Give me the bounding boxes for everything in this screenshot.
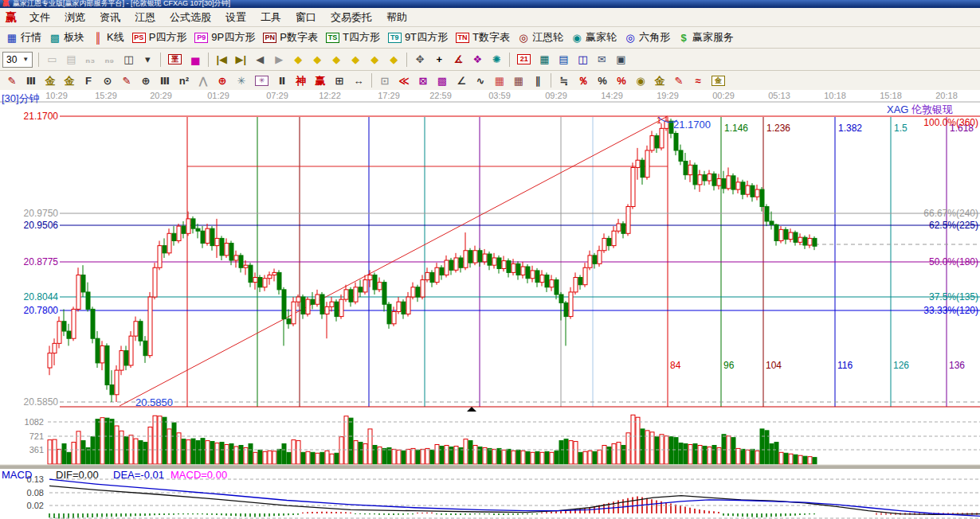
- hexagon-button[interactable]: ◎六角形: [621, 29, 674, 46]
- mirror-tool-button[interactable]: ⋀: [194, 73, 213, 88]
- percent-line-tool-button[interactable]: ％: [574, 73, 593, 88]
- box-tool-button[interactable]: ⊡: [375, 73, 394, 88]
- candle-style-dropdown[interactable]: ▾: [138, 52, 157, 67]
- profile-chart-button[interactable]: ▅: [186, 52, 205, 67]
- ruler-tool-icon: ⊞: [334, 75, 345, 87]
- winner-service-icon: $: [678, 32, 689, 44]
- last-page-button[interactable]: ▶|: [231, 52, 250, 67]
- first-page-button[interactable]: |◀: [212, 52, 231, 67]
- t-digit-button[interactable]: TNT数字表: [452, 29, 514, 46]
- svg-text:21.1700: 21.1700: [673, 119, 711, 131]
- menu-item-7[interactable]: 窗口: [288, 10, 323, 25]
- angle-tool-button[interactable]: ∡: [449, 52, 468, 67]
- gold-line-tool-button[interactable]: 金: [650, 73, 669, 88]
- price-scale-tool-button[interactable]: ≒: [555, 73, 574, 88]
- system-button[interactable]: ▣: [611, 52, 630, 67]
- chart-area[interactable]: 10:2915:2920:2901:2907:2912:2217:2922:59…: [0, 90, 980, 519]
- gold-circle-tool-button[interactable]: ◉: [631, 73, 650, 88]
- percent-tool-button[interactable]: %: [593, 73, 612, 88]
- save-button[interactable]: ◫: [573, 52, 592, 67]
- prev-button[interactable]: ◀: [250, 52, 269, 67]
- menu-item-3[interactable]: 江恩: [127, 10, 163, 25]
- t9-square-button[interactable]: T99T四方形: [384, 29, 452, 46]
- clock-circle-tool-button[interactable]: ⊕: [136, 73, 155, 88]
- bars3-icon-button[interactable]: ₙ₃: [80, 52, 100, 67]
- gold-grid-tool-button[interactable]: 金: [41, 73, 60, 88]
- comb-tool-button[interactable]: Ⅲ: [22, 73, 41, 88]
- fan-grid-tool-button[interactable]: ▩: [433, 73, 452, 88]
- quarter-lines-tool-button[interactable]: Ⅱ: [272, 73, 292, 88]
- star-web-tool-button[interactable]: ✳: [232, 73, 251, 88]
- ray-tool-button[interactable]: ∠: [452, 73, 471, 88]
- gann-shape-tool-button[interactable]: ❖: [468, 52, 487, 67]
- wave-tool-button[interactable]: ≈: [688, 73, 708, 88]
- target-tool-button[interactable]: ⊕: [213, 73, 232, 88]
- star-grid-tool-button[interactable]: ✳: [251, 74, 272, 88]
- spiral-tool-button[interactable]: ⊙: [98, 73, 117, 88]
- menu-item-5[interactable]: 设置: [218, 10, 253, 25]
- p-square-button[interactable]: PSP四方形: [128, 29, 191, 46]
- p-digit-icon: PN: [263, 33, 276, 43]
- menu-item-0[interactable]: 文件: [22, 10, 57, 25]
- pen2-tool-button[interactable]: ✎: [117, 73, 136, 88]
- diamond-expand-button[interactable]: ◆: [346, 52, 365, 67]
- grid-red-tool-button[interactable]: ▦: [490, 73, 509, 88]
- grid-box-tool-button[interactable]: ▦: [509, 73, 528, 88]
- period-select[interactable]: 30▼: [2, 52, 33, 68]
- next-button[interactable]: ▶: [269, 52, 288, 67]
- span-tool-button[interactable]: ↔: [349, 73, 368, 88]
- f-grid-tool-button[interactable]: F: [79, 73, 98, 88]
- quote-button[interactable]: ▦行情: [2, 29, 45, 46]
- diamond-shift-right-button[interactable]: ◆: [308, 52, 327, 67]
- p-digit-button[interactable]: PNP数字表: [259, 29, 322, 46]
- mail-button[interactable]: ✉: [592, 52, 611, 67]
- gann-wheel-button[interactable]: ◎江恩轮: [514, 29, 567, 46]
- monitor-icon-button[interactable]: ▭: [42, 52, 61, 67]
- kline-button[interactable]: ║K线: [88, 29, 128, 46]
- percent-levels-tool-button[interactable]: %: [612, 73, 631, 88]
- gold-box-tool-button[interactable]: 金: [708, 74, 729, 88]
- brush-tool-button[interactable]: ✎: [669, 73, 688, 88]
- gold-grid2-tool-button[interactable]: 金: [60, 73, 79, 88]
- menu-item-6[interactable]: 工具: [253, 10, 288, 25]
- gann-tool-button[interactable]: 垩: [164, 53, 186, 66]
- zigzag-tool-button[interactable]: ∿: [471, 73, 490, 88]
- diamond-zoom-in-button[interactable]: ◆: [384, 52, 403, 67]
- fan-box-tool-button[interactable]: ⊠: [414, 73, 433, 88]
- n2-tool-button[interactable]: n²: [174, 73, 194, 88]
- t-square-button[interactable]: TST四方形: [322, 29, 384, 46]
- parallel-tool-button[interactable]: ∥: [528, 73, 547, 88]
- ruler-tool-button[interactable]: ⊞: [330, 73, 349, 88]
- sector-button[interactable]: ▩板块: [45, 29, 88, 46]
- comb2-tool-button[interactable]: Ⅲ: [155, 73, 174, 88]
- crosshair-tool-button[interactable]: +: [429, 52, 449, 67]
- menu-item-9[interactable]: 帮助: [379, 10, 414, 25]
- p9-square-button[interactable]: P99P四方形: [190, 29, 259, 46]
- cycle-tool-button[interactable]: ✺: [487, 52, 506, 67]
- winner-service-button[interactable]: $赢家服务: [674, 29, 738, 46]
- chart-canvas[interactable]: 10:2915:2920:2901:2907:2912:2217:2922:59…: [0, 90, 980, 519]
- diamond-expand-icon: ◆: [350, 53, 361, 65]
- menu-item-2[interactable]: 资讯: [92, 10, 127, 25]
- winner-wheel-button[interactable]: ◉赢家轮: [567, 29, 621, 46]
- notes-button[interactable]: ▤: [554, 52, 573, 67]
- calculator-icon: ▦: [539, 53, 550, 65]
- shen-grid-tool-button[interactable]: 神: [292, 73, 311, 88]
- hand-tool-button[interactable]: ✥: [410, 52, 429, 67]
- diamond-shift-left-button[interactable]: ◆: [288, 52, 308, 67]
- gann-shape-tool-icon: ❖: [472, 53, 483, 65]
- fan-tool-button[interactable]: ≪: [394, 73, 414, 88]
- candle-style-button[interactable]: ◫: [119, 52, 138, 67]
- ying-grid-tool-icon: 赢: [315, 75, 326, 87]
- bars9-icon-button[interactable]: ₙ₉: [100, 52, 119, 67]
- ying-grid-tool-button[interactable]: 赢: [311, 73, 330, 88]
- menu-item-8[interactable]: 交易委托: [323, 10, 379, 25]
- calculator-button[interactable]: ▦: [535, 52, 554, 67]
- pen-tool-button[interactable]: ✎: [2, 73, 22, 88]
- menu-item-4[interactable]: 公式选股: [163, 10, 218, 25]
- report-icon-button[interactable]: ▤: [61, 52, 80, 67]
- diamond-zoom-out-button[interactable]: ◆: [365, 52, 384, 67]
- calendar-button[interactable]: 21: [513, 53, 535, 66]
- diamond-compress-button[interactable]: ◆: [327, 52, 346, 67]
- menu-item-1[interactable]: 浏览: [57, 10, 92, 25]
